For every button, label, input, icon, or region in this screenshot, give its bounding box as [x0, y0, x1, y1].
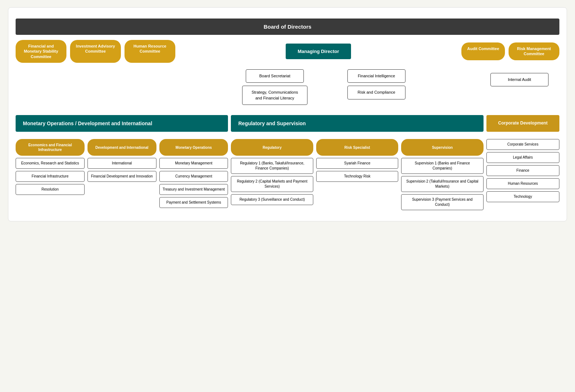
monetary-ops-col: Monetary Operations Monetary Management … — [159, 139, 228, 208]
sup-item-0: Supervision 1 (Banks and Finance Compani… — [401, 158, 483, 174]
managing-director: Managing Director — [286, 44, 351, 59]
org-chart: Board of Directors Financial and Monetar… — [8, 7, 567, 221]
regulatory-header: Regulatory — [231, 139, 313, 156]
board-of-directors: Board of Directors — [16, 19, 559, 35]
reg-item-2: Regulatory 3 (Surveillance and Conduct) — [231, 194, 313, 205]
corp-item-3: Human Resources — [486, 178, 559, 189]
dept1-body: Economics and Financial Infrastructure E… — [16, 139, 228, 208]
dev-header: Development and International — [87, 139, 156, 156]
dept2-header: Regulatory and Supervision — [231, 115, 483, 132]
econ-item-0: Economics, Research and Statistics — [16, 158, 85, 169]
sup-item-1: Supervision 2 (Takaful/Insurance and Cap… — [401, 176, 483, 192]
human-resource-committee: Human Resource Committee — [125, 40, 175, 63]
regulatory-col: Regulatory Regulatory 1 (Banks, Takaful/… — [231, 139, 313, 210]
board-secretariat: Board Secretariat — [246, 69, 304, 83]
mon-item-1: Currency Management — [159, 171, 228, 182]
sup-item-2: Supervision 3 (Payment Services and Cond… — [401, 194, 483, 210]
risk-compliance: Risk and Compliance — [347, 86, 405, 99]
internal-audit: Internal Audit — [490, 73, 549, 86]
econ-item-1: Financial Infrastructure — [16, 171, 85, 182]
reg-item-1: Regulatory 2 (Capital Markets and Paymen… — [231, 176, 313, 192]
supervision-col: Supervision Supervision 1 (Banks and Fin… — [401, 139, 483, 210]
monetary-ops-header: Monetary Operations — [159, 139, 228, 156]
mid-left-col: Board Secretariat Strategy, Communicatio… — [242, 69, 307, 105]
strategy-communications: Strategy, Communications and Financial L… — [242, 86, 307, 105]
mid-right-col: Financial Intelligence Risk and Complian… — [347, 69, 405, 105]
economics-header: Economics and Financial Infrastructure — [16, 139, 85, 156]
dev-item-0: International — [87, 158, 156, 169]
level1-row: Financial and Monetary Stability Committ… — [16, 40, 559, 63]
dept2-body: Regulatory Regulatory 1 (Banks, Takaful/… — [231, 139, 483, 210]
mon-item-2: Treasury and Investment Management — [159, 184, 228, 195]
corp-item-0: Corporate Services — [486, 139, 559, 150]
dept1-header: Monetary Operations / Development and In… — [16, 115, 228, 132]
risk-specialist-header: Risk Specialist — [316, 139, 398, 156]
econ-item-2: Resolution — [16, 184, 85, 195]
development-col: Development and International Internatio… — [87, 139, 156, 208]
dept3-header: Corporate Development — [486, 115, 559, 132]
risk-item-0: Syariah Finance — [316, 158, 398, 169]
dept-row: Monetary Operations / Development and In… — [16, 115, 559, 210]
right-committees: Audit Committee Risk Management Committe… — [461, 42, 559, 60]
risk-specialist-col: Risk Specialist Syariah Finance Technolo… — [316, 139, 398, 210]
mon-item-3: Payment and Settlement Systems — [159, 197, 228, 208]
dev-item-1: Financial Development and Innovation — [87, 171, 156, 182]
economics-col: Economics and Financial Infrastructure E… — [16, 139, 85, 208]
managing-director-section: Managing Director — [286, 44, 351, 59]
investment-advisory-committee: Investment Advisory Committee — [70, 40, 121, 63]
dept-monetary-operations: Monetary Operations / Development and In… — [16, 115, 228, 208]
board-row: Board of Directors — [16, 19, 559, 35]
dept-corporate: Corporate Development Corporate Services… — [486, 115, 559, 202]
reg-item-0: Regulatory 1 (Banks, Takaful/Insurance, … — [231, 158, 313, 174]
financial-intelligence: Financial Intelligence — [347, 69, 405, 83]
financial-monetary-committee: Financial and Monetary Stability Committ… — [16, 40, 66, 63]
risk-management-committee: Risk Management Committee — [509, 42, 559, 60]
left-committees: Financial and Monetary Stability Committ… — [16, 40, 175, 63]
dept3-body: Corporate Services Legal Affairs Finance… — [486, 139, 559, 202]
corp-item-1: Legal Affairs — [486, 152, 559, 163]
audit-committee: Audit Committee — [461, 42, 505, 60]
supervision-header: Supervision — [401, 139, 483, 156]
corp-item-4: Technology — [486, 191, 559, 202]
risk-item-1: Technology Risk — [316, 171, 398, 182]
dept-regulatory: Regulatory and Supervision Regulatory Re… — [231, 115, 483, 210]
mon-item-0: Monetary Management — [159, 158, 228, 169]
corp-item-2: Finance — [486, 165, 559, 176]
